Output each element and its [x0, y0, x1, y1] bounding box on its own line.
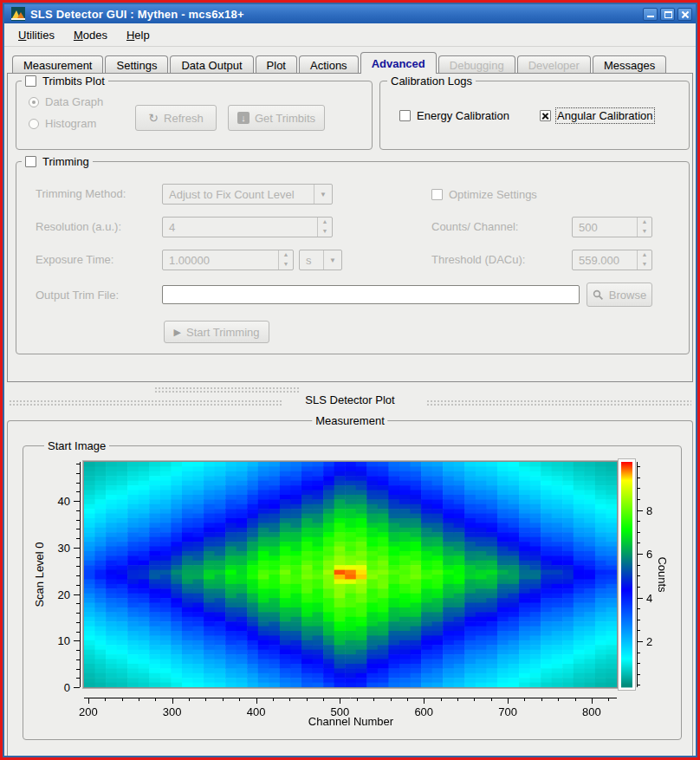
x-tick-label: 800: [582, 705, 601, 718]
menu-modes[interactable]: Modes: [67, 26, 114, 44]
tab-actions[interactable]: Actions: [299, 55, 359, 74]
histogram-label: Histogram: [45, 117, 96, 130]
window-title: SLS Detector GUI : Mythen - mcs6x18+: [30, 8, 640, 21]
x-tick-label: 600: [414, 705, 433, 718]
tab-measurement[interactable]: Measurement: [12, 55, 103, 74]
output-trim-file-label: Output Trim File:: [36, 289, 119, 302]
angular-calibration-checkbox[interactable]: [540, 110, 551, 121]
menu-utilities[interactable]: Utilities: [11, 26, 62, 44]
trimbits-plot-title: Trimbits Plot: [42, 75, 105, 88]
y-tick-label: 0: [36, 681, 70, 694]
colorbar-tick-label: 2: [646, 634, 652, 647]
spin-arrows-icon: ▲▼: [278, 250, 293, 270]
combo-arrow-icon: ▼: [323, 250, 341, 270]
tab-bar: MeasurementSettingsData OutputPlotAction…: [12, 52, 668, 74]
output-trim-file-input[interactable]: [162, 285, 580, 304]
colorbar-title: Counts: [656, 556, 669, 592]
x-axis-title: Channel Number: [308, 715, 393, 728]
colorbar-tick-label: 8: [646, 503, 652, 516]
minimize-button[interactable]: [643, 8, 658, 21]
trimming-method-label: Trimming Method:: [36, 187, 126, 200]
measurement-title: Measurement: [315, 414, 384, 427]
trimming-checkbox[interactable]: [25, 156, 36, 167]
spin-arrows-icon: ▲▼: [637, 218, 651, 237]
maximize-button[interactable]: [660, 8, 675, 21]
menu-bar: UtilitiesModesHelp: [4, 23, 696, 47]
x-tick-label: 200: [79, 705, 98, 718]
energy-calibration-label: Energy Calibration: [417, 109, 509, 122]
resolution-spinbox: 4 ▲▼: [162, 217, 333, 237]
x-tick-label: 300: [163, 705, 182, 718]
download-icon: ↓: [237, 112, 250, 124]
play-icon: ▶: [174, 327, 181, 338]
colorbar-tick-label: 4: [646, 591, 652, 604]
tab-plot[interactable]: Plot: [256, 55, 297, 74]
threshold-spinbox: 559.000 ▲▼: [572, 250, 652, 270]
app-icon: [11, 7, 25, 21]
magnifier-icon: [593, 289, 604, 301]
tab-settings[interactable]: Settings: [105, 55, 168, 74]
data-graph-label: Data Graph: [45, 95, 103, 108]
calibration-logs-title: Calibration Logs: [391, 75, 472, 88]
y-tick-label: 40: [36, 495, 70, 508]
title-bar[interactable]: SLS Detector GUI : Mythen - mcs6x18+: [4, 4, 696, 23]
refresh-button: ↻ Refresh: [135, 105, 217, 131]
browse-button: Browse: [587, 283, 652, 307]
calibration-logs-group: Calibration Logs Energy Calibration Angu…: [379, 81, 690, 150]
get-trimbits-button: ↓ Get Trimbits: [228, 105, 325, 131]
start-trimming-button: ▶ Start Trimming: [164, 321, 269, 343]
tab-debugging: Debugging: [438, 55, 515, 74]
trimbits-plot-group: Trimbits Plot Data Graph Histogram ↻ Ref…: [16, 81, 373, 150]
histogram-radio: [29, 119, 39, 129]
heatmap-plot-canvas[interactable]: [74, 455, 654, 711]
exposure-time-spinbox: 1.00000 ▲▼: [162, 250, 294, 270]
application-window: SLS Detector GUI : Mythen - mcs6x18+ Uti…: [3, 3, 697, 757]
dock-handle-left[interactable]: [9, 399, 282, 406]
resolution-label: Resolution (a.u.):: [36, 220, 121, 233]
y-tick-label: 10: [36, 634, 70, 647]
angular-calibration-label: Angular Calibration: [557, 109, 653, 122]
window-frame: SLS Detector GUI : Mythen - mcs6x18+ Uti…: [0, 0, 700, 760]
data-graph-radio: [29, 97, 39, 107]
combo-arrow-icon: ▼: [314, 185, 332, 204]
threshold-label: Threshold (DACu):: [431, 253, 525, 266]
tab-data-output[interactable]: Data Output: [170, 55, 253, 74]
close-button[interactable]: [677, 8, 692, 21]
dock-title[interactable]: SLS Detector Plot: [305, 393, 394, 406]
dock-handle-right[interactable]: [426, 399, 691, 406]
energy-calibration-checkbox[interactable]: [399, 110, 411, 121]
x-tick-label: 400: [247, 705, 266, 718]
start-image-title: Start Image: [48, 439, 106, 452]
trimming-method-combo: Adjust to Fix Count Level ▼: [162, 184, 333, 205]
optimize-settings-checkbox: [431, 189, 443, 200]
trimbits-plot-checkbox[interactable]: [25, 75, 36, 87]
spin-arrows-icon: ▲▼: [637, 250, 651, 270]
refresh-icon: ↻: [148, 111, 159, 125]
y-axis-title: Scan Level 0: [33, 542, 46, 607]
exposure-unit-combo: s ▼: [299, 250, 342, 270]
splitter-handle[interactable]: [154, 386, 300, 393]
colorbar-tick-label: 6: [646, 548, 652, 561]
tab-advanced[interactable]: Advanced: [360, 52, 437, 74]
optimize-settings-label: Optimize Settings: [449, 188, 537, 201]
exposure-time-label: Exposure Time:: [36, 253, 113, 266]
spin-arrows-icon: ▲▼: [317, 218, 332, 237]
trimming-group: Trimming Trimming Method: Adjust to Fix …: [16, 161, 690, 354]
counts-channel-label: Counts/ Channel:: [431, 220, 518, 233]
x-tick-label: 700: [498, 705, 517, 718]
counts-channel-spinbox: 500 ▲▼: [572, 217, 652, 237]
menu-help[interactable]: Help: [120, 26, 157, 44]
tab-messages[interactable]: Messages: [593, 55, 666, 74]
tab-developer: Developer: [517, 55, 591, 74]
trimming-title: Trimming: [42, 155, 89, 168]
